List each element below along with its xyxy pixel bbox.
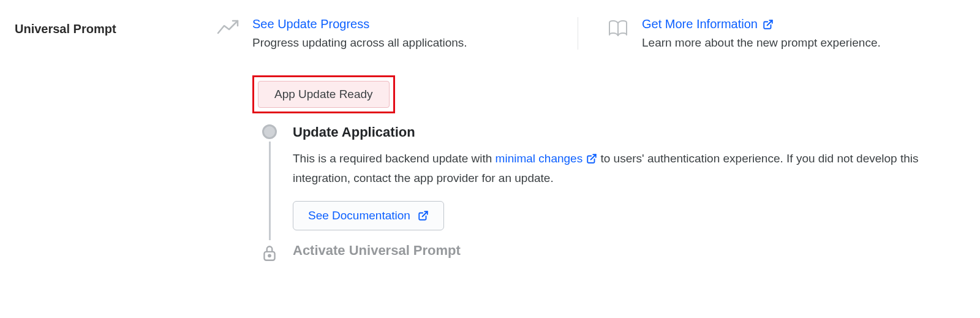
step1-link-text: minimal changes bbox=[496, 149, 583, 168]
see-documentation-button[interactable]: See Documentation bbox=[293, 201, 444, 230]
info-title: Get More Information bbox=[642, 17, 758, 31]
step-update-application: Update Application This is a required ba… bbox=[261, 124, 965, 243]
step1-desc-pre: This is a required backend update with bbox=[293, 152, 496, 165]
step-activate-universal-prompt: Activate Universal Prompt bbox=[261, 243, 965, 271]
progress-title: See Update Progress bbox=[252, 17, 369, 31]
section-label: Universal Prompt bbox=[15, 22, 217, 36]
lock-icon bbox=[262, 244, 277, 262]
step-dot-icon bbox=[262, 124, 277, 139]
step2-title: Activate Universal Prompt bbox=[293, 243, 461, 259]
info-cards: See Update Progress Progress updating ac… bbox=[217, 17, 965, 50]
see-update-progress-link[interactable]: See Update Progress bbox=[252, 17, 369, 31]
external-link-icon bbox=[418, 210, 429, 221]
svg-line-1 bbox=[591, 154, 596, 159]
get-more-information-link[interactable]: Get More Information bbox=[642, 17, 774, 31]
info-subtitle: Learn more about the new prompt experien… bbox=[642, 36, 881, 50]
progress-card: See Update Progress Progress updating ac… bbox=[217, 17, 578, 50]
external-link-icon bbox=[763, 19, 774, 30]
svg-point-4 bbox=[268, 254, 270, 256]
status-badge-highlight: App Update Ready bbox=[252, 75, 395, 113]
svg-line-2 bbox=[422, 211, 427, 216]
external-link-icon bbox=[586, 153, 597, 164]
step1-title: Update Application bbox=[293, 124, 965, 140]
svg-line-0 bbox=[767, 20, 772, 25]
progress-subtitle: Progress updating across all application… bbox=[252, 36, 467, 50]
step-connector bbox=[269, 142, 271, 240]
status-badge: App Update Ready bbox=[258, 81, 390, 108]
book-icon bbox=[608, 20, 628, 37]
info-card: Get More Information Learn more about th… bbox=[608, 17, 910, 50]
doc-button-label: See Documentation bbox=[308, 209, 410, 222]
minimal-changes-link[interactable]: minimal changes bbox=[496, 149, 598, 168]
trend-up-icon bbox=[217, 20, 239, 34]
step1-description: This is a required backend update with m… bbox=[293, 149, 965, 189]
